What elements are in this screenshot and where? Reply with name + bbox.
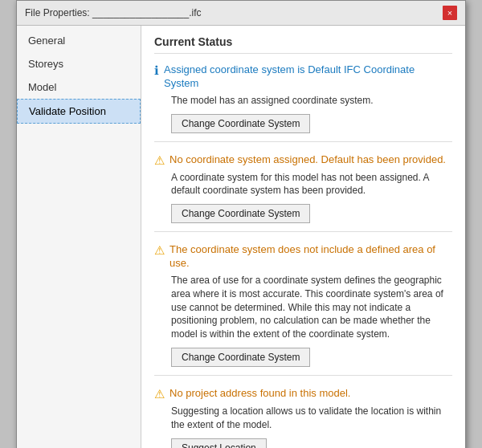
main-content: Current Status ℹAssigned coordinate syst… [141, 26, 465, 448]
title-bar: File Properties: __________________.ifc … [17, 1, 465, 26]
sidebar: GeneralStoreysModelValidate Position [17, 26, 141, 448]
sidebar-item-model[interactable]: Model [17, 75, 141, 99]
status-action-button-0[interactable]: Change Coordinate System [171, 114, 310, 133]
status-block-1: ⚠No coordinate system assigned. Default … [154, 153, 452, 233]
status-body-3: Suggesting a location allows us to valid… [171, 405, 452, 432]
status-block-3: ⚠No project address found in this model.… [154, 387, 452, 448]
title-bar-text: File Properties: __________________.ifc [25, 7, 202, 18]
status-action-button-2[interactable]: Change Coordinate System [171, 348, 310, 367]
status-body-1: A coordinate system for this model has n… [171, 171, 452, 198]
status-block-0: ℹAssigned coordinate system is Default I… [154, 63, 452, 142]
close-button[interactable]: × [443, 6, 457, 20]
dialog-body: GeneralStoreysModelValidate Position Cur… [17, 26, 465, 448]
warning-icon: ⚠ [154, 387, 165, 401]
sidebar-item-validate-position[interactable]: Validate Position [17, 99, 141, 124]
status-header-1: ⚠No coordinate system assigned. Default … [154, 153, 452, 168]
status-body-2: The area of use for a coordinate system … [171, 274, 452, 341]
status-body-0: The model has an assigned coordinate sys… [171, 94, 452, 108]
section-title: Current Status [154, 35, 452, 54]
status-action-button-3[interactable]: Suggest Location [171, 438, 267, 448]
status-header-text-2: The coordinate system does not include a… [170, 243, 452, 271]
warning-icon: ⚠ [154, 153, 165, 168]
status-header-3: ⚠No project address found in this model. [154, 387, 452, 401]
status-header-text-3: No project address found in this model. [170, 387, 350, 401]
status-header-0: ℹAssigned coordinate system is Default I… [154, 63, 452, 91]
status-block-2: ⚠The coordinate system does not include … [154, 243, 452, 376]
status-header-text-0: Assigned coordinate system is Default IF… [164, 63, 452, 91]
status-header-text-1: No coordinate system assigned. Default h… [170, 153, 446, 167]
status-action-button-1[interactable]: Change Coordinate System [171, 204, 310, 223]
info-icon: ℹ [154, 63, 159, 78]
warning-icon: ⚠ [154, 243, 165, 258]
file-properties-dialog: File Properties: __________________.ifc … [16, 0, 466, 448]
sidebar-item-storeys[interactable]: Storeys [17, 52, 141, 75]
sidebar-item-general[interactable]: General [17, 29, 141, 52]
status-header-2: ⚠The coordinate system does not include … [154, 243, 452, 271]
